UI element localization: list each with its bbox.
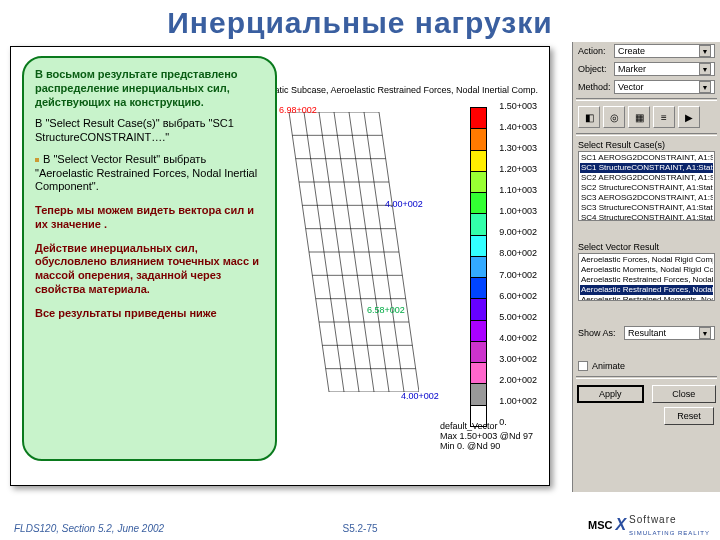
legend-segment	[470, 213, 487, 234]
tool-options-icon[interactable]: ≡	[653, 106, 675, 128]
action-dropdown[interactable]: Create ▼	[614, 44, 715, 58]
list-item[interactable]: SC1 AEROSG2DCONSTRAINT, A1:Stat	[580, 153, 713, 163]
tool-fringe-icon[interactable]: ◧	[578, 106, 600, 128]
footer-doc-ref: FLDS120, Section 5.2, June 2002	[14, 523, 164, 534]
chevron-down-icon: ▼	[699, 45, 711, 57]
list-item[interactable]: SC1 StructureCONSTRAINT, A1:Static	[580, 163, 713, 173]
legend-tick: 1.50+003	[499, 101, 537, 111]
list-item[interactable]: Aeroelastic Moments, Nodal Rigid Comp	[580, 265, 713, 275]
legend-segment	[470, 107, 487, 128]
callout-note-3: Все результаты приведены ниже	[35, 307, 264, 321]
reset-button[interactable]: Reset	[664, 407, 714, 425]
method-value: Vector	[618, 82, 644, 92]
divider	[576, 376, 717, 379]
callout-intro: В восьмом результате представлено распре…	[35, 68, 264, 109]
brand-software: Software	[629, 514, 676, 525]
object-dropdown[interactable]: Marker ▼	[614, 62, 715, 76]
legend-tick: 4.00+002	[499, 333, 537, 343]
color-legend	[470, 107, 487, 427]
divider	[576, 98, 717, 101]
list-item[interactable]: SC3 StructureCONSTRAINT, A1:Static O	[580, 203, 713, 213]
showas-value: Resultant	[628, 328, 666, 338]
apply-button[interactable]: Apply	[577, 385, 644, 403]
legend-segment	[470, 150, 487, 171]
legend-tick: 1.40+003	[499, 122, 537, 132]
legend-tick: 7.00+002	[499, 270, 537, 280]
legend-segment	[470, 192, 487, 213]
bullet-icon	[35, 158, 39, 162]
legend-segment	[470, 298, 487, 319]
list-item[interactable]: SC2 StructureCONSTRAINT, A1:Static O	[580, 183, 713, 193]
legend-tick: 6.00+002	[499, 291, 537, 301]
method-dropdown[interactable]: Vector ▼	[614, 80, 715, 94]
legend-tick: 1.00+002	[499, 396, 537, 406]
legend-segment	[470, 320, 487, 341]
showas-dropdown[interactable]: Resultant ▼	[624, 326, 715, 340]
legend-stats-title: default_Vector	[440, 421, 533, 431]
vector-label-d: 4.00+002	[401, 391, 439, 401]
close-button[interactable]: Close	[652, 385, 717, 403]
select-case-label: Select Result Case(s)	[573, 138, 720, 150]
legend-tick: 1.20+003	[499, 164, 537, 174]
footer-brand: MSC X Software SIMULATING REALITY	[588, 513, 710, 537]
legend-tick: 1.00+003	[499, 206, 537, 216]
action-value: Create	[618, 46, 645, 56]
list-item[interactable]: Aeroelastic Forces, Nodal Rigid Compo	[580, 255, 713, 265]
brand-tagline: SIMULATING REALITY	[629, 530, 710, 536]
results-panel: Action: Create ▼ Object: Marker ▼ Method…	[572, 42, 720, 492]
result-case-listbox[interactable]: SC1 AEROSG2DCONSTRAINT, A1:StatSC1 Struc…	[578, 151, 715, 221]
legend-tick: 9.00+002	[499, 227, 537, 237]
chevron-down-icon: ▼	[699, 63, 711, 75]
vector-label-c: 6.58+002	[367, 305, 405, 315]
vector-label-a: 6.98+002	[279, 105, 317, 115]
legend-segment	[470, 235, 487, 256]
legend-tick: 2.00+002	[499, 375, 537, 385]
tool-target-icon[interactable]: ◎	[603, 106, 625, 128]
legend-segment	[470, 362, 487, 383]
brand-msc: MSC	[588, 519, 612, 531]
chevron-down-icon: ▼	[699, 327, 711, 339]
list-item[interactable]: Aeroelastic Restrained Moments, Noda	[580, 295, 713, 301]
select-vector-label: Select Vector Result	[573, 240, 720, 252]
animate-checkbox[interactable]	[578, 361, 588, 371]
content-area: 0:56.35 T, A1:Static Subcase, Aeroelasti…	[0, 42, 720, 502]
callout-note-2: Действие инерциальных сил, обусловлено в…	[35, 242, 264, 297]
brand-x-icon: X	[615, 516, 626, 534]
method-label: Method:	[578, 82, 614, 92]
instruction-callout: В восьмом результате представлено распре…	[22, 56, 277, 461]
animate-label: Animate	[592, 361, 625, 371]
list-item[interactable]: Aeroelastic Restrained Forces, Nodal E	[580, 275, 713, 285]
legend-stats-min: Min 0. @Nd 90	[440, 441, 533, 451]
fe-mesh	[279, 112, 419, 392]
footer: FLDS120, Section 5.2, June 2002 S5.2-75 …	[0, 516, 720, 536]
callout-step-2: В "Select Vector Result" выбрать "Aeroel…	[35, 153, 264, 194]
callout-note-1: Теперь мы можем видеть вектора сил и их …	[35, 204, 264, 232]
legend-stats: default_Vector Max 1.50+003 @Nd 97 Min 0…	[440, 421, 533, 451]
tool-display-icon[interactable]: ▦	[628, 106, 650, 128]
legend-segment	[470, 277, 487, 298]
legend-segment	[470, 383, 487, 404]
legend-tick: 1.10+003	[499, 185, 537, 195]
footer-page-number: S5.2-75	[342, 523, 377, 534]
list-item[interactable]: SC3 AEROSG2DCONSTRAINT, A1:Stat	[580, 193, 713, 203]
tool-play-icon[interactable]: ▶	[678, 106, 700, 128]
page-title: Инерциальные нагрузки	[0, 0, 720, 42]
list-item[interactable]: SC2 AEROSG2DCONSTRAINT, A1:Stat	[580, 173, 713, 183]
legend-tick: 5.00+002	[499, 312, 537, 322]
legend-segment	[470, 128, 487, 149]
legend-tick: 3.00+002	[499, 354, 537, 364]
legend-segment	[470, 256, 487, 277]
legend-segment	[470, 171, 487, 192]
legend-segment	[470, 341, 487, 362]
divider	[576, 133, 717, 136]
showas-label: Show As:	[578, 328, 624, 338]
object-label: Object:	[578, 64, 614, 74]
vector-result-listbox[interactable]: Aeroelastic Forces, Nodal Rigid CompoAer…	[578, 253, 715, 301]
legend-tick: 1.30+003	[499, 143, 537, 153]
object-value: Marker	[618, 64, 646, 74]
list-item[interactable]: Aeroelastic Restrained Forces, Nodal I	[580, 285, 713, 295]
action-label: Action:	[578, 46, 614, 56]
color-legend-labels: 1.50+0031.40+0031.30+0031.20+0031.10+003…	[499, 101, 537, 427]
legend-stats-max: Max 1.50+003 @Nd 97	[440, 431, 533, 441]
list-item[interactable]: SC4 StructureCONSTRAINT, A1:Static O	[580, 213, 713, 221]
